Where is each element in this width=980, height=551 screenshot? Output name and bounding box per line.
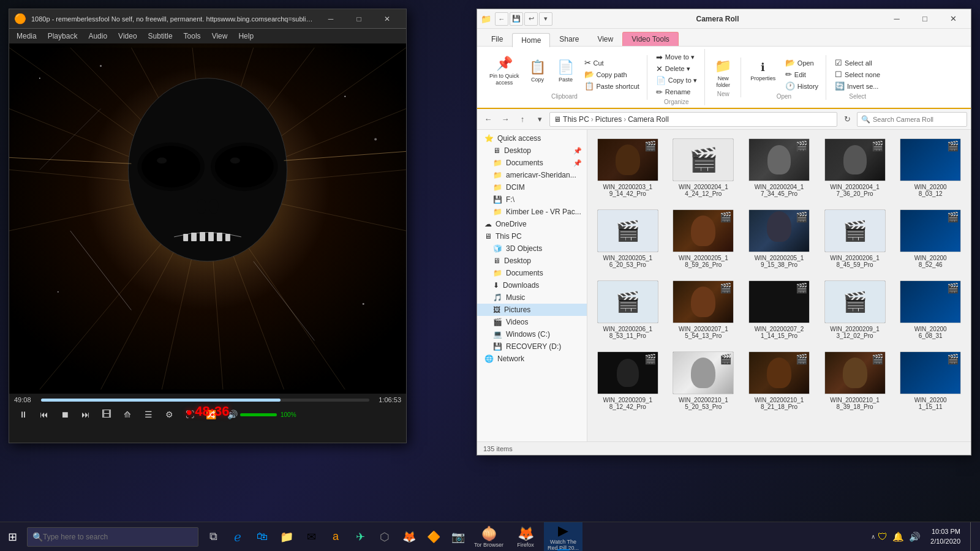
address-refresh-button[interactable]: ↻ bbox=[840, 112, 854, 127]
explorer-save-quick-btn[interactable]: 💾 bbox=[510, 12, 523, 26]
explorer-close-button[interactable]: ✕ bbox=[939, 9, 967, 29]
file-item[interactable]: 🎬 WIN_20200210_15_20_53_Pro bbox=[668, 348, 739, 414]
start-button[interactable]: ⊞ bbox=[0, 525, 24, 549]
file-item[interactable]: 🎬 WIN_20200204_14_24_12_Pro bbox=[668, 135, 739, 201]
vlc-close-button[interactable]: ✕ bbox=[373, 9, 401, 29]
vlc-menu-view[interactable]: View bbox=[207, 29, 233, 43]
file-item[interactable]: 🎬 WIN_20200205_16_20_53_Pro bbox=[592, 206, 663, 272]
file-item[interactable]: 🎬 WIN_20200203_19_14_42_Pro bbox=[592, 135, 663, 201]
nav-up-button[interactable]: ↑ bbox=[515, 112, 530, 127]
sidebar-item-f-drive[interactable]: 💾 F:\ bbox=[477, 193, 587, 206]
vlc-minimize-button[interactable]: ─ bbox=[317, 9, 345, 29]
vlc-next-button[interactable]: ⏭ bbox=[77, 406, 95, 423]
explorer-back-quick-btn[interactable]: ← bbox=[495, 12, 508, 26]
firefox-taskbar-icon[interactable]: 🦊 bbox=[397, 525, 421, 549]
vlc-menu-tools[interactable]: Tools bbox=[179, 29, 206, 43]
vlc-menu-help[interactable]: Help bbox=[233, 29, 258, 43]
select-none-button[interactable]: ☐ Select none bbox=[831, 69, 884, 80]
sidebar-item-dcim[interactable]: 📁 DCIM bbox=[477, 181, 587, 193]
file-item[interactable]: 🎬 WIN_20200209_13_12_02_Pro bbox=[820, 277, 891, 343]
vlc-menu-subtitle[interactable]: Subtitle bbox=[143, 29, 178, 43]
vlc-menu-audio[interactable]: Audio bbox=[83, 29, 112, 43]
vlc-prev-button[interactable]: ⏮ bbox=[35, 406, 53, 423]
file-item[interactable]: 🎬 WIN_202008_03_12 bbox=[895, 135, 966, 201]
explorer-restore-button[interactable]: □ bbox=[911, 9, 939, 29]
vlc-taskbar-icon[interactable]: 🔶 bbox=[421, 525, 446, 549]
sidebar-item-this-pc[interactable]: 🖥 This PC bbox=[477, 230, 587, 242]
paste-shortcut-button[interactable]: 📋 Paste shortcut bbox=[581, 81, 643, 92]
file-item[interactable]: 🎬 WIN_20200209_18_12_42_Pro bbox=[592, 348, 663, 414]
sidebar-item-music[interactable]: 🎵 Music bbox=[477, 291, 587, 304]
file-item[interactable]: 🎬 WIN_20200206_18_53_11_Pro bbox=[592, 277, 663, 343]
vlc-menu-playback[interactable]: Playback bbox=[43, 29, 83, 43]
sidebar-item-videos[interactable]: 🎬 Videos bbox=[477, 316, 587, 328]
file-item[interactable]: 🎬 WIN_202006_08_31 bbox=[895, 277, 966, 343]
sidebar-item-americavr[interactable]: 📁 americavr-Sheridan... bbox=[477, 169, 587, 181]
sidebar-item-quick-access[interactable]: ⭐ Quick access bbox=[477, 132, 587, 144]
sidebar-item-documents-1[interactable]: 📁 Documents 📌 bbox=[477, 157, 587, 169]
unknown-icon1[interactable]: ⬡ bbox=[372, 525, 397, 549]
sidebar-item-recovery-d[interactable]: 💾 RECOVERY (D:) bbox=[477, 340, 587, 353]
ribbon-tab-view[interactable]: View bbox=[588, 32, 622, 46]
sidebar-item-kimber[interactable]: 📁 Kimber Lee - VR Pac... bbox=[477, 206, 587, 218]
nav-back-button[interactable]: ← bbox=[481, 112, 496, 127]
file-item[interactable]: 🎬 WIN_20200205_18_59_26_Pro bbox=[668, 206, 739, 272]
select-all-button[interactable]: ☑ Select all bbox=[831, 58, 884, 69]
volume-icon[interactable]: 🔊 bbox=[909, 531, 921, 542]
file-item[interactable]: 🎬 WIN_20200206_18_45_59_Pro bbox=[820, 206, 891, 272]
file-explorer-taskbar-button[interactable]: 📁 bbox=[274, 525, 299, 549]
sidebar-item-windows-c[interactable]: 💻 Windows (C:) bbox=[477, 328, 587, 340]
sidebar-item-onedrive[interactable]: ☁ OneDrive bbox=[477, 218, 587, 230]
file-item[interactable]: 🎬 WIN_20200210_18_39_18_Pro bbox=[820, 348, 891, 414]
store-icon[interactable]: 🛍 bbox=[250, 525, 274, 549]
taskbar-clock[interactable]: 10:03 PM 2/10/2020 bbox=[925, 527, 965, 546]
nav-recent-button[interactable]: ▾ bbox=[532, 112, 547, 127]
explorer-undo-quick-btn[interactable]: ↩ bbox=[524, 12, 538, 26]
taskview-button[interactable]: ⧉ bbox=[201, 525, 225, 549]
address-path[interactable]: 🖥 This PC › Pictures › Camera Roll bbox=[549, 112, 837, 127]
vlc-menu-media[interactable]: Media bbox=[12, 29, 42, 43]
sidebar-item-desktop-2[interactable]: 🖥 Desktop bbox=[477, 255, 587, 267]
mail-icon[interactable]: ✉ bbox=[299, 525, 323, 549]
amazon-icon[interactable]: a bbox=[323, 525, 348, 549]
file-item[interactable]: 🎬 WIN_20200210_18_21_18_Pro bbox=[744, 348, 815, 414]
nav-forward-button[interactable]: → bbox=[498, 112, 513, 127]
sidebar-item-3d-objects[interactable]: 🧊 3D Objects bbox=[477, 242, 587, 255]
invert-selection-button[interactable]: 🔄 Invert se... bbox=[831, 81, 884, 92]
copy-button[interactable]: 📋 Copy bbox=[524, 55, 551, 87]
open-button[interactable]: 📂 Open bbox=[782, 58, 822, 69]
taskbar-search-box[interactable]: 🔍 bbox=[27, 527, 198, 547]
file-item[interactable]: 🎬 WIN_202008_52_46 bbox=[895, 206, 966, 272]
vlc-playlist-button[interactable]: ☰ bbox=[139, 406, 157, 423]
camera-icon[interactable]: 📷 bbox=[446, 525, 470, 549]
cut-button[interactable]: ✂ Cut bbox=[581, 58, 643, 69]
taskbar-app-tor[interactable]: 🧅 Tor Browser bbox=[470, 522, 507, 552]
desktop-show-button[interactable] bbox=[970, 522, 975, 552]
taskbar-app-vlc-video[interactable]: ▶ Watch TheRed Pill 20... bbox=[544, 522, 582, 552]
file-item[interactable]: 🎬 WIN_202001_15_11 bbox=[895, 348, 966, 414]
file-item[interactable]: 🎬 WIN_20200207_15_54_13_Pro bbox=[668, 277, 739, 343]
history-button[interactable]: 🕐 History bbox=[782, 81, 822, 92]
tripadvisor-icon[interactable]: ✈ bbox=[348, 525, 372, 549]
rename-button[interactable]: ✏ Rename bbox=[652, 86, 701, 97]
taskbar-app-firefox[interactable]: 🦊 Firefox bbox=[507, 522, 544, 552]
copy-to-button[interactable]: 📄 Copy to ▾ bbox=[652, 75, 701, 86]
sidebar-item-documents-2[interactable]: 📁 Documents bbox=[477, 267, 587, 279]
move-to-button[interactable]: ➡ Move to ▾ bbox=[652, 51, 701, 62]
vlc-menu-video[interactable]: Video bbox=[113, 29, 141, 43]
edit-button[interactable]: ✏ Edit bbox=[782, 69, 822, 80]
vlc-video-area[interactable] bbox=[9, 43, 406, 394]
vlc-extended-button[interactable]: ⚙ bbox=[160, 406, 178, 423]
file-item[interactable]: 🎬 WIN_20200207_21_14_15_Pro bbox=[744, 277, 815, 343]
file-item[interactable]: 🎬 WIN_20200205_19_15_38_Pro bbox=[744, 206, 815, 272]
vlc-stop-button[interactable]: ⏹ bbox=[56, 406, 74, 423]
search-box[interactable]: 🔍 bbox=[857, 112, 967, 127]
vlc-progress-bar[interactable] bbox=[41, 399, 369, 402]
vlc-restore-button[interactable]: □ bbox=[345, 9, 373, 29]
paste-button[interactable]: 📄 Paste bbox=[552, 55, 579, 87]
sidebar-item-network[interactable]: 🌐 Network bbox=[477, 353, 587, 365]
file-item[interactable]: 🎬 WIN_20200204_17_36_20_Pro bbox=[820, 135, 891, 201]
delete-button[interactable]: ✕ Delete ▾ bbox=[652, 63, 701, 74]
notification-icon[interactable]: 🔔 bbox=[892, 531, 904, 542]
explorer-minimize-button[interactable]: ─ bbox=[883, 9, 911, 29]
